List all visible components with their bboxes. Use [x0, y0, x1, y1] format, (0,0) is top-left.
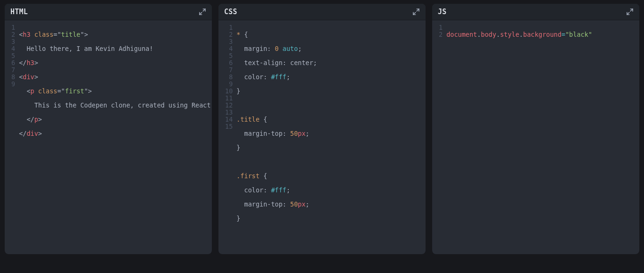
pane-title-css: CSS	[224, 8, 237, 16]
gutter: 123456789	[5, 24, 19, 165]
pane-header-html: HTML	[5, 4, 212, 20]
editor-js[interactable]: 12 document.body.style.background="black…	[432, 20, 639, 70]
code-js[interactable]: document.body.style.background="black"	[446, 24, 639, 66]
code-css[interactable]: * { margin: 0 auto; text-align: center; …	[236, 24, 426, 250]
editor-css[interactable]: 123456789101112131415 * { margin: 0 auto…	[218, 20, 426, 254]
collapse-icon[interactable]	[626, 8, 634, 16]
pane-header-js: JS	[432, 4, 639, 20]
gutter: 12	[432, 24, 446, 66]
pane-html: HTML 123456789 <h3 class="title"> Hello …	[5, 4, 212, 254]
collapse-icon[interactable]	[199, 8, 206, 16]
gutter: 123456789101112131415	[218, 24, 236, 250]
code-html[interactable]: <h3 class="title"> Hello there, I am Kev…	[19, 24, 212, 165]
pane-title-js: JS	[438, 8, 446, 16]
pane-js: JS 12 document.body.style.background="bl…	[432, 4, 639, 254]
pane-css: CSS 123456789101112131415 * { margin: 0 …	[218, 4, 426, 254]
editor-row: HTML 123456789 <h3 class="title"> Hello …	[0, 0, 644, 259]
collapse-icon[interactable]	[412, 8, 420, 16]
pane-header-css: CSS	[218, 4, 426, 20]
pane-title-html: HTML	[10, 8, 28, 16]
editor-html[interactable]: 123456789 <h3 class="title"> Hello there…	[5, 20, 212, 169]
